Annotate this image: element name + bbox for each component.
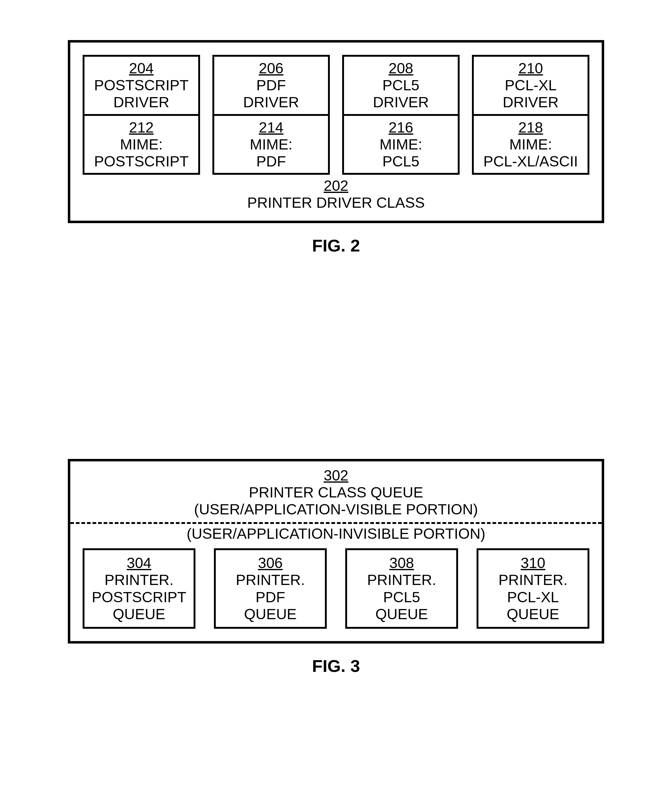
fig3-block-l1-1: PRINTER. (236, 572, 305, 588)
fig3-header-l2: (USER/APPLICATION-VISIBLE PORTION) (194, 501, 478, 518)
fig3-block-l3-3: QUEUE (507, 606, 559, 622)
fig2-driver-l1-1: PDF (257, 77, 286, 93)
fig2-mime-block-0: 212 MIME: POSTSCRIPT (83, 116, 200, 175)
fig2-driver-l2-2: DRIVER (373, 94, 429, 110)
fig2-driver-block-0: 204 POSTSCRIPT DRIVER (83, 55, 200, 116)
fig2-mime-l1-3: MIME: (509, 136, 552, 153)
fig2-mime-l2-0: POSTSCRIPT (94, 153, 189, 169)
fig3-block-ref-0: 304 (87, 554, 191, 571)
fig2-mime-ref-0: 212 (86, 119, 196, 136)
fig2-col-2: 208 PCL5 DRIVER 216 MIME: PCL5 (342, 55, 460, 175)
fig3-block-1: 306 PRINTER. PDF QUEUE (214, 548, 327, 629)
fig3-header-l1: PRINTER CLASS QUEUE (249, 484, 423, 500)
fig3-block-l2-3: PCL-XL (507, 589, 559, 605)
fig2-driver-l1-0: POSTSCRIPT (94, 77, 189, 93)
fig3-block-l3-1: QUEUE (244, 606, 297, 622)
fig3-block-2: 308 PRINTER. PCL5 QUEUE (345, 548, 458, 629)
fig2-container-label: 202 PRINTER DRIVER CLASS (83, 177, 589, 211)
fig2-driver-ref-3: 210 (476, 60, 586, 77)
fig2-mime-l1-2: MIME: (379, 136, 422, 153)
fig2-caption: FIG. 2 (68, 236, 604, 255)
fig2-driver-block-1: 206 PDF DRIVER (212, 55, 330, 116)
fig2-mime-block-1: 214 MIME: PDF (212, 116, 330, 175)
fig3-block-0: 304 PRINTER. POSTSCRIPT QUEUE (83, 548, 196, 629)
fig3-block-l1-2: PRINTER. (367, 572, 436, 588)
spacer (68, 255, 604, 459)
fig2-driver-ref-2: 208 (346, 60, 456, 77)
fig2-driver-ref-0: 204 (86, 60, 196, 77)
fig2-mime-l2-1: PDF (257, 153, 286, 169)
fig2-mime-ref-1: 214 (216, 119, 326, 136)
fig2-mime-l2-2: PCL5 (382, 153, 419, 169)
fig2-mime-ref-2: 216 (346, 119, 456, 136)
fig2-col-1: 206 PDF DRIVER 214 MIME: PDF (212, 55, 330, 175)
fig2-mime-l1-1: MIME: (250, 136, 293, 153)
fig3-caption: FIG. 3 (68, 656, 604, 676)
fig3-blocks-row: 304 PRINTER. POSTSCRIPT QUEUE 306 PRINTE… (83, 548, 589, 629)
fig2-col-0: 204 POSTSCRIPT DRIVER 212 MIME: POSTSCRI… (83, 55, 200, 175)
fig3-block-ref-1: 306 (218, 554, 323, 571)
fig2-columns-row: 204 POSTSCRIPT DRIVER 212 MIME: POSTSCRI… (83, 55, 589, 175)
fig3-block-l2-1: PDF (255, 589, 285, 605)
fig2-mime-ref-3: 218 (476, 119, 586, 136)
fig2-driver-block-3: 210 PCL-XL DRIVER (472, 55, 589, 116)
fig3-block-l2-0: POSTSCRIPT (92, 589, 186, 605)
fig2-driver-l1-2: PCL5 (382, 77, 419, 93)
fig2-driver-l2-1: DRIVER (243, 94, 299, 110)
fig2-col-3: 210 PCL-XL DRIVER 218 MIME: PCL-XL/ASCII (472, 55, 589, 175)
fig2-container-text: PRINTER DRIVER CLASS (247, 194, 425, 211)
fig2-container-ref: 202 (83, 177, 589, 194)
fig2-mime-block-3: 218 MIME: PCL-XL/ASCII (472, 116, 589, 175)
fig3-header: 302 PRINTER CLASS QUEUE (USER/APPLICATIO… (83, 461, 589, 521)
fig3-sublabel: (USER/APPLICATION-INVISIBLE PORTION) (83, 525, 589, 542)
fig3-block-ref-3: 310 (481, 554, 585, 571)
fig3-block-l1-3: PRINTER. (498, 572, 567, 588)
fig2-container: 204 POSTSCRIPT DRIVER 212 MIME: POSTSCRI… (68, 40, 604, 223)
fig3-block-l3-0: QUEUE (113, 606, 166, 622)
fig3-block-ref-2: 308 (349, 554, 454, 571)
fig2-driver-l2-0: DRIVER (113, 94, 169, 110)
fig3-block-3: 310 PRINTER. PCL-XL QUEUE (476, 548, 589, 629)
fig3-container: 302 PRINTER CLASS QUEUE (USER/APPLICATIO… (68, 459, 604, 644)
fig3-block-l3-2: QUEUE (376, 606, 428, 622)
fig3-divider (70, 522, 602, 524)
fig2-mime-l1-0: MIME: (120, 136, 163, 153)
fig2-mime-block-2: 216 MIME: PCL5 (342, 116, 460, 175)
fig2-driver-l1-3: PCL-XL (504, 77, 556, 93)
fig2-driver-l2-3: DRIVER (503, 94, 559, 110)
fig3-block-l1-0: PRINTER. (105, 572, 174, 588)
fig3-block-l2-2: PCL5 (383, 589, 420, 605)
fig3-header-ref: 302 (83, 467, 589, 484)
fig2-driver-block-2: 208 PCL5 DRIVER (342, 55, 460, 116)
fig2-mime-l2-3: PCL-XL/ASCII (483, 153, 578, 169)
fig2-driver-ref-1: 206 (216, 60, 326, 77)
